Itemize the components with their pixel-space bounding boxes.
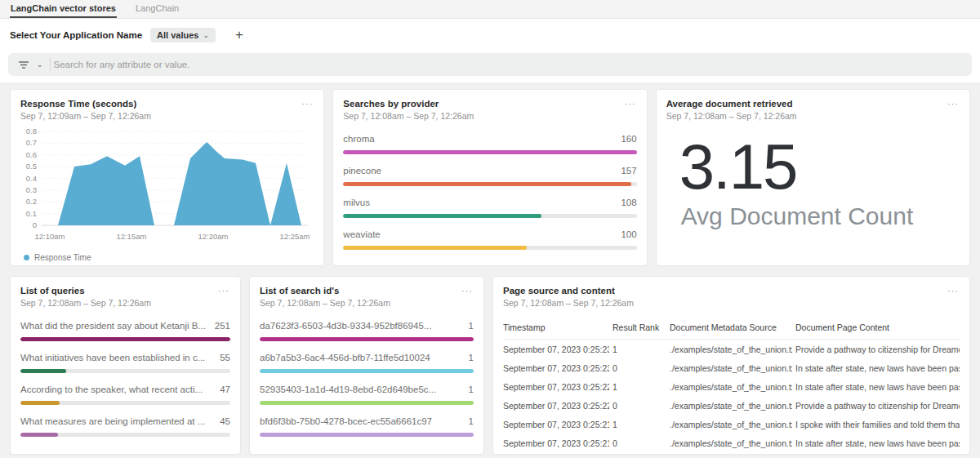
bar-fill: [343, 246, 527, 250]
bar-value: 157: [621, 166, 636, 176]
filter-icon[interactable]: [15, 60, 33, 69]
bar-track: [260, 401, 474, 405]
table-cell: Provide a pathway to citizenship for Dre…: [795, 401, 960, 411]
panel-list-of-queries: List of queries Sep 7, 12:08am – Sep 7, …: [10, 276, 241, 455]
panel-menu-icon[interactable]: ···: [217, 286, 230, 296]
panel-average-document-retrieved: Average document retrieved Sep 7, 12:08a…: [656, 89, 970, 266]
table-cell: 1: [612, 420, 666, 429]
panel-title: Page source and content: [503, 286, 634, 296]
bar-track: [20, 433, 230, 437]
bar-list-item[interactable]: weaviate100: [343, 229, 636, 250]
panel-menu-icon[interactable]: ···: [947, 99, 960, 109]
bar-list-item[interactable]: What initiatives have been established i…: [20, 353, 230, 373]
bar-fill: [260, 401, 474, 405]
bar-list-item[interactable]: pinecone157: [343, 166, 636, 186]
panel-menu-icon[interactable]: ···: [301, 99, 314, 109]
bar-list-item[interactable]: da7623f3-6503-4d3b-9334-952bf86945...1: [260, 321, 474, 341]
bar-fill: [343, 182, 631, 186]
panel-menu-icon[interactable]: ···: [624, 99, 637, 109]
bar-label: According to the speaker, what recent ac…: [20, 385, 203, 394]
table-cell: September 07, 2023 0:25:23: [503, 363, 609, 373]
chevron-down-icon: ⌄: [203, 31, 209, 39]
table-row[interactable]: September 07, 2023 0:25:210./examples/st…: [503, 434, 960, 452]
table-row[interactable]: September 07, 2023 0:25:221./examples/st…: [503, 377, 960, 396]
bar-label: pinecone: [343, 166, 381, 176]
bar-list-item[interactable]: chroma160: [343, 134, 636, 154]
bar-fill: [260, 433, 474, 437]
table-cell: September 07, 2023 0:25:22: [503, 401, 609, 411]
bar-track: [20, 401, 230, 405]
panel-menu-icon[interactable]: ···: [947, 286, 960, 296]
table-cell: In state after state, new laws have been…: [795, 382, 960, 392]
application-name-label: Select Your Application Name: [10, 30, 142, 40]
bar-value: 251: [215, 321, 230, 331]
table-row[interactable]: September 07, 2023 0:25:211./examples/st…: [503, 415, 960, 434]
bar-value: 47: [220, 385, 230, 394]
table-cell: 0: [612, 363, 666, 373]
table-cell: 1: [612, 345, 666, 354]
queries-bar-list: What did the president say about Ketanji…: [20, 321, 230, 437]
bar-value: 100: [621, 229, 636, 239]
tab-langchain-vector-stores[interactable]: LangChain vector stores: [10, 0, 117, 18]
bar-list-item[interactable]: What did the president say about Ketanji…: [20, 321, 230, 341]
bar-value: 45: [220, 416, 230, 426]
bar-value: 108: [621, 198, 636, 207]
bar-label: What did the president say about Ketanji…: [20, 321, 206, 331]
bar-list-item[interactable]: 52935403-1a1d-4d19-8ebd-62d649be5c...1: [260, 385, 474, 405]
bar-label: What initiatives have been established i…: [20, 353, 205, 362]
table-cell: ./examples/state_of_the_union.txt: [670, 420, 792, 429]
table-cell: 0: [612, 438, 666, 448]
search-divider: [50, 58, 51, 71]
bar-value: 1: [469, 321, 474, 331]
table-cell: September 07, 2023 0:25:21: [503, 420, 609, 429]
panel-title: List of search id's: [260, 286, 390, 296]
table-cell: ./examples/state_of_the_union.txt: [670, 345, 792, 354]
response-time-chart[interactable]: 00.10.20.30.40.50.60.70.812:10am12:15am1…: [20, 126, 314, 251]
svg-text:12:15am: 12:15am: [117, 232, 147, 241]
dashboard-grid: Response Time (seconds) Sep 7, 12:09am –…: [0, 82, 980, 455]
bar-label: weaviate: [343, 229, 380, 239]
svg-text:0.7: 0.7: [26, 138, 37, 147]
bar-track: [260, 433, 474, 437]
svg-text:0.1: 0.1: [26, 209, 37, 218]
bar-list-item[interactable]: milvus108: [343, 198, 636, 218]
table-column-header: Document Page Content: [795, 322, 960, 332]
bar-track: [343, 182, 636, 186]
svg-text:0.8: 0.8: [26, 127, 37, 136]
bar-label: da7623f3-6503-4d3b-9334-952bf86945...: [260, 321, 431, 331]
avg-document-count-value: 3.15: [679, 134, 960, 201]
bar-list-item[interactable]: bfd6f3bb-75b0-4278-bcec-ec55a6661c971: [260, 416, 474, 437]
panel-timerange: Sep 7, 12:09am – Sep 7, 12:26am: [20, 111, 151, 121]
tab-langchain[interactable]: LangChain: [135, 0, 180, 18]
bar-list-item[interactable]: What measures are being implemented at .…: [20, 416, 230, 437]
table-column-header: Timestamp: [503, 322, 609, 332]
bar-list-item[interactable]: a6b7a5b3-6ac4-456d-bfb7-11ffe5d100241: [260, 353, 474, 373]
application-name-dropdown[interactable]: All values ⌄: [150, 28, 216, 42]
table-cell: ./examples/state_of_the_union.txt: [670, 401, 792, 411]
bar-label: milvus: [343, 198, 370, 207]
bar-track: [20, 337, 230, 341]
filter-chevron-down-icon[interactable]: ⌄: [33, 60, 47, 69]
search-ids-bar-list: da7623f3-6503-4d3b-9334-952bf86945...1a6…: [260, 321, 474, 437]
table-cell: ./examples/state_of_the_union.txt: [670, 438, 792, 448]
table-cell: September 07, 2023 0:25:21: [503, 438, 609, 448]
bar-label: a6b7a5b3-6ac4-456d-bfb7-11ffe5d10024: [260, 353, 430, 362]
svg-text:12:25am: 12:25am: [280, 232, 310, 241]
legend-label: Response Time: [34, 253, 91, 262]
avg-document-count-label: Avg Document Count: [681, 202, 960, 230]
add-filter-button[interactable]: +: [235, 28, 243, 42]
bar-value: 1: [469, 416, 474, 426]
table-header-row: TimestampResult RankDocument Metadata So…: [503, 318, 960, 340]
table-row[interactable]: September 07, 2023 0:25:231./examples/st…: [503, 340, 960, 358]
panel-searches-by-provider: Searches by provider Sep 7, 12:08am – Se…: [332, 89, 647, 266]
search-input[interactable]: [54, 60, 965, 69]
table-row[interactable]: September 07, 2023 0:25:230./examples/st…: [503, 358, 960, 377]
table-cell: ./examples/state_of_the_union.txt: [670, 382, 792, 392]
bar-fill: [260, 337, 474, 341]
bar-value: 1: [469, 353, 474, 362]
bar-list-item[interactable]: According to the speaker, what recent ac…: [20, 385, 230, 405]
panel-title: List of queries: [20, 286, 151, 296]
panel-title: Searches by provider: [343, 99, 474, 109]
panel-menu-icon[interactable]: ···: [461, 286, 474, 296]
table-row[interactable]: September 07, 2023 0:25:220./examples/st…: [503, 396, 960, 415]
